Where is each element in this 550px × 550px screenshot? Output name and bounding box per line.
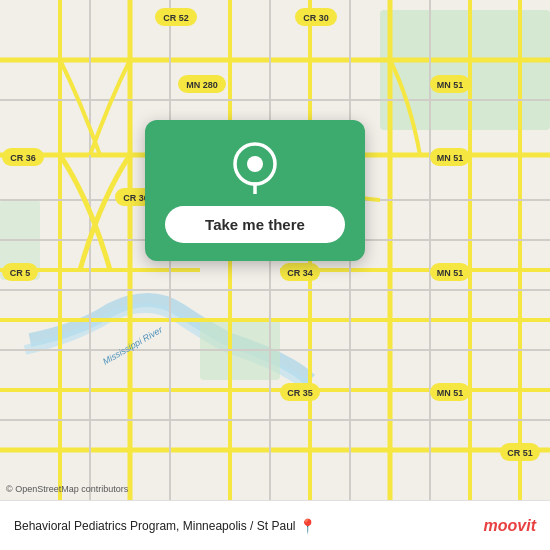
- svg-text:CR 5: CR 5: [10, 268, 31, 278]
- take-me-there-button[interactable]: Take me there: [165, 206, 345, 243]
- bottom-left-section: Behavioral Pediatrics Program, Minneapol…: [14, 518, 316, 534]
- location-card: Take me there: [145, 120, 365, 261]
- svg-text:CR 52: CR 52: [163, 13, 189, 23]
- location-pin-icon: [229, 142, 281, 194]
- place-label: Behavioral Pediatrics Program, Minneapol…: [14, 519, 295, 533]
- svg-text:CR 30: CR 30: [303, 13, 329, 23]
- map-container: CR 52 CR 30 MN 280 MN 51 CR 36 CR 36 CR …: [0, 0, 550, 500]
- svg-text:CR 35: CR 35: [287, 388, 313, 398]
- svg-text:CR 34: CR 34: [287, 268, 313, 278]
- bottom-bar: Behavioral Pediatrics Program, Minneapol…: [0, 500, 550, 550]
- svg-text:MN 51: MN 51: [437, 153, 464, 163]
- svg-text:CR 36: CR 36: [10, 153, 36, 163]
- svg-text:MN 51: MN 51: [437, 388, 464, 398]
- svg-text:© OpenStreetMap contributors: © OpenStreetMap contributors: [6, 484, 129, 494]
- moovit-text: moovit: [484, 517, 536, 535]
- svg-text:MN 280: MN 280: [186, 80, 218, 90]
- svg-point-58: [247, 156, 263, 172]
- place-pin-icon: 📍: [299, 518, 316, 534]
- svg-text:MN 51: MN 51: [437, 268, 464, 278]
- svg-rect-1: [380, 10, 550, 130]
- moovit-logo[interactable]: moovit: [484, 517, 536, 535]
- svg-text:CR 51: CR 51: [507, 448, 533, 458]
- svg-text:MN 51: MN 51: [437, 80, 464, 90]
